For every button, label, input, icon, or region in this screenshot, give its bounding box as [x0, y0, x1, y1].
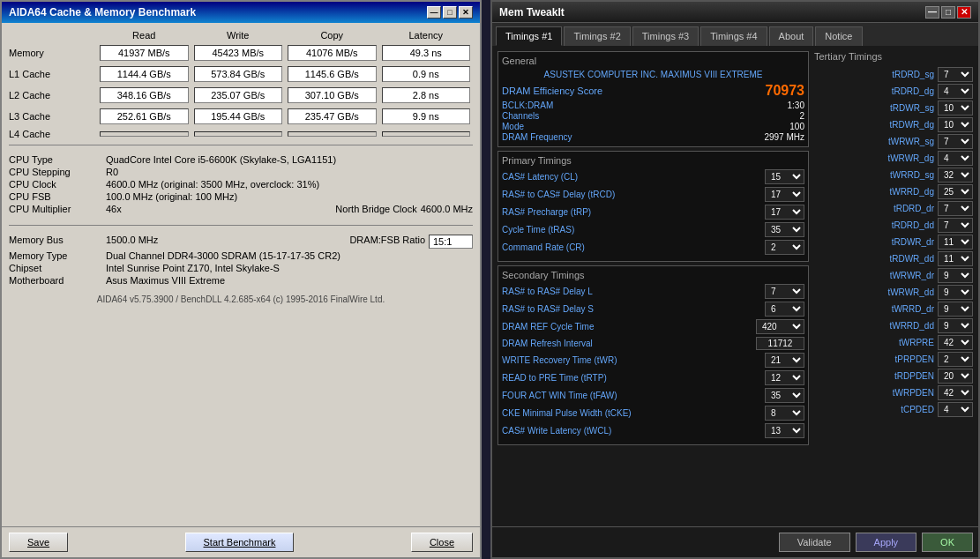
tertiary-label-15: tWRRD_dd — [814, 321, 938, 331]
tertiary-label-18: tRDPDEN — [814, 371, 938, 381]
dram-fsb-value: 15:1 — [429, 235, 473, 249]
list-item: CPU FSB 100.0 MHz (original: 100 MHz) — [9, 191, 473, 202]
trtp-select[interactable]: 12 — [765, 370, 804, 385]
bclk-label: BCLK:DRAM — [502, 101, 553, 110]
save-button[interactable]: Save — [9, 533, 68, 552]
list-item: CPU Type QuadCore Intel Core i5-6600K (S… — [9, 154, 473, 165]
tab-timings1[interactable]: Timings #1 — [496, 26, 562, 46]
mem-maximize-button[interactable]: □ — [941, 6, 955, 19]
tertiary-timing-row: tWRRD_sg 32 — [814, 168, 973, 183]
tertiary-timing-row: tWRRD_dg 25 — [814, 184, 973, 199]
tab-timings4[interactable]: Timings #4 — [700, 26, 767, 46]
tertiary-timing-row: tRDRD_dg 4 — [814, 84, 973, 99]
twcl-select[interactable]: 13 — [765, 423, 804, 438]
tertiary-select-2[interactable]: 10 — [938, 101, 973, 116]
aida-maximize-button[interactable]: □ — [443, 6, 457, 19]
list-item: CPU Stepping R0 — [9, 167, 473, 177]
tertiary-select-14[interactable]: 9 — [938, 302, 973, 317]
aida-footer: AIDA64 v5.75.3900 / BenchDLL 4.2.685-x64… — [9, 294, 473, 304]
tertiary-select-5[interactable]: 4 — [938, 151, 973, 166]
tertiary-select-9[interactable]: 7 — [938, 218, 973, 233]
tertiary-select-4[interactable]: 7 — [938, 134, 973, 149]
apply-button[interactable]: Apply — [856, 533, 917, 552]
l3-write: 195.44 GB/s — [194, 108, 283, 124]
tertiary-timing-row: tRDPDEN 20 — [814, 369, 973, 384]
tertiary-timing-row: tWRPDEN 42 — [814, 385, 973, 400]
trtp-label: READ to PRE Time (tRTP) — [502, 373, 765, 383]
start-benchmark-button[interactable]: Start Benchmark — [185, 533, 295, 552]
ok-button[interactable]: OK — [922, 533, 973, 552]
timing-row: READ to PRE Time (tRTP) 12 — [502, 370, 804, 385]
cl-select[interactable]: 15 — [765, 169, 804, 184]
mode-row: Mode 100 — [502, 122, 804, 131]
cr-label: Command Rate (CR) — [502, 242, 765, 252]
ref-label: DRAM REF Cycle Time — [502, 322, 756, 332]
tertiary-label-7: tWRRD_dg — [814, 187, 938, 197]
tertiary-select-19[interactable]: 42 — [938, 385, 973, 400]
tab-about[interactable]: About — [769, 26, 814, 46]
twr-select[interactable]: 21 — [765, 353, 804, 368]
tertiary-select-17[interactable]: 2 — [938, 352, 973, 367]
secondary-title: Secondary Timings — [502, 270, 804, 280]
tertiary-select-12[interactable]: 9 — [938, 268, 973, 283]
l4-latency — [382, 131, 471, 137]
aida-close-button[interactable]: ✕ — [459, 6, 473, 19]
tertiary-select-7[interactable]: 25 — [938, 184, 973, 199]
aida-minimize-button[interactable]: — — [427, 6, 441, 19]
timing-row: CKE Minimal Pulse Width (tCKE) 8 — [502, 406, 804, 421]
tertiary-select-16[interactable]: 42 — [938, 335, 973, 350]
mem-close-button[interactable]: ✕ — [957, 6, 971, 19]
tertiary-select-11[interactable]: 11 — [938, 251, 973, 266]
tertiary-group: Tertiary Timings tRDRD_sg 7 tRDRD_dg 4 t… — [814, 51, 973, 521]
timing-row: WRITE Recovery Time (tWR) 21 — [502, 353, 804, 368]
col-copy: Copy — [285, 30, 379, 41]
close-button[interactable]: Close — [411, 533, 473, 552]
mem-minimize-button[interactable]: — — [925, 6, 939, 19]
memory-type-label: Memory Type — [9, 250, 106, 261]
rrdl-select[interactable]: 7 — [765, 284, 804, 299]
timing-row: Command Rate (CR) 2 — [502, 240, 804, 255]
validate-button[interactable]: Validate — [779, 533, 850, 552]
tras-select[interactable]: 35 — [765, 222, 804, 237]
l1-copy: 1145.6 GB/s — [288, 66, 377, 82]
trp-select[interactable]: 17 — [765, 205, 804, 220]
mode-value: 100 — [789, 122, 804, 131]
memory-write: 45423 MB/s — [194, 45, 283, 61]
tertiary-select-6[interactable]: 32 — [938, 168, 973, 183]
cpu-clock-value: 4600.0 MHz (original: 3500 MHz, overcloc… — [106, 179, 319, 190]
tertiary-timing-row: tWRPRE 42 — [814, 335, 973, 350]
tcke-select[interactable]: 8 — [765, 406, 804, 421]
tertiary-select-13[interactable]: 9 — [938, 285, 973, 300]
tertiary-select-8[interactable]: 7 — [938, 201, 973, 216]
tertiary-label-20: tCPDED — [814, 405, 938, 414]
tab-timings3[interactable]: Timings #3 — [632, 26, 699, 46]
tertiary-select-20[interactable]: 4 — [938, 402, 973, 417]
tertiary-timing-row: tWRWR_dr 9 — [814, 268, 973, 283]
tab-notice[interactable]: Notice — [815, 26, 862, 46]
tfaw-select[interactable]: 35 — [765, 388, 804, 403]
trcd-select[interactable]: 17 — [765, 187, 804, 202]
rrds-select[interactable]: 6 — [765, 302, 804, 317]
tertiary-label-1: tRDRD_dg — [814, 86, 938, 96]
tertiary-select-3[interactable]: 10 — [938, 117, 973, 132]
cpu-clock-label: CPU Clock — [9, 179, 106, 190]
tertiary-select-15[interactable]: 9 — [938, 318, 973, 333]
aida-memory-info: Memory Bus 1500.0 MHz DRAM:FSB Ratio 15:… — [9, 231, 473, 291]
score-row: DRAM Efficiency Score 70973 — [502, 83, 804, 99]
cr-select[interactable]: 2 — [765, 240, 804, 255]
table-row: L3 Cache 252.61 GB/s 195.44 GB/s 235.47 … — [9, 108, 473, 125]
tertiary-select-0[interactable]: 7 — [938, 67, 973, 82]
l3-copy: 235.47 GB/s — [288, 108, 377, 124]
ref-select[interactable]: 420 — [756, 319, 804, 334]
tertiary-label-12: tWRWR_dr — [814, 271, 938, 280]
tertiary-select-18[interactable]: 20 — [938, 369, 973, 384]
tertiary-timing-row: tWRWR_dg 4 — [814, 151, 973, 166]
tertiary-timing-row: tRDWR_dg 10 — [814, 117, 973, 132]
refresh-input[interactable] — [756, 337, 804, 350]
tertiary-select-1[interactable]: 4 — [938, 84, 973, 99]
tertiary-select-10[interactable]: 11 — [938, 235, 973, 250]
tab-timings2[interactable]: Timings #2 — [564, 26, 630, 46]
col-read: Read — [97, 30, 191, 41]
tertiary-label-4: tWRWR_sg — [814, 137, 938, 146]
table-row: L1 Cache 1144.4 GB/s 573.84 GB/s 1145.6 … — [9, 65, 473, 83]
